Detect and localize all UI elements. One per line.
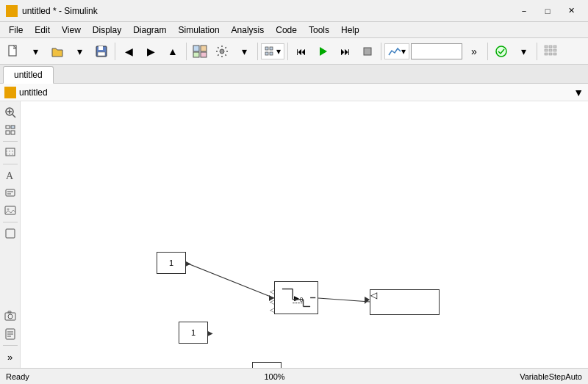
status-text: Ready (6, 372, 29, 381)
svg-rect-6 (193, 52, 199, 57)
constant-block-3[interactable]: 1 ▶ (252, 362, 282, 368)
svg-rect-5 (201, 46, 207, 51)
constant-block-1[interactable]: 1 ▶ (157, 252, 186, 274)
relay-port-input-2: ◁ (270, 298, 275, 305)
menu-item-tools[interactable]: Tools (303, 23, 335, 37)
annotation-button[interactable] (2, 185, 18, 201)
toolbar-separator-4 (287, 43, 288, 60)
svg-rect-2 (98, 46, 103, 50)
settings-button[interactable] (212, 41, 232, 62)
svg-marker-52 (365, 297, 370, 304)
relay-block[interactable]: ◁ ◁ ◁ (274, 281, 318, 314)
svg-line-50 (186, 263, 274, 298)
zoom-area-button[interactable] (2, 145, 18, 161)
left-toolbar: A » (0, 101, 21, 368)
image-button[interactable] (2, 203, 18, 219)
chevron-down-icon: » (7, 352, 12, 363)
library-button[interactable] (190, 41, 210, 62)
svg-rect-21 (553, 49, 556, 51)
back-button[interactable]: ◀ (118, 41, 139, 62)
scope-display (370, 300, 439, 325)
svg-rect-17 (549, 46, 552, 48)
check-dropdown-button[interactable]: ▾ (513, 41, 534, 62)
menu-item-view[interactable]: View (56, 23, 87, 37)
svg-rect-16 (545, 46, 548, 48)
svg-rect-22 (545, 53, 548, 55)
fit-view-button[interactable] (2, 122, 18, 138)
open-button[interactable] (47, 41, 68, 62)
canvas[interactable]: 1 ▶ 1 ▶ 1 ▶ ◁ ◁ ◁ (21, 101, 588, 368)
menu-item-simulation[interactable]: Simulation (173, 23, 226, 37)
minimize-button[interactable]: − (513, 4, 535, 18)
relay-inner: ◁ ◁ ◁ (275, 282, 318, 314)
menu-item-display[interactable]: Display (87, 23, 127, 37)
run-button[interactable] (313, 41, 334, 62)
svg-rect-24 (553, 53, 556, 55)
svg-rect-7 (201, 52, 207, 57)
plot-dropdown[interactable]: ▾ (384, 43, 409, 59)
keypad-button[interactable] (540, 41, 561, 62)
stop-button[interactable] (357, 41, 378, 62)
toolbar: ▾ ▾ ◀ ▶ ▲ ▾ ▾ ⏮ ⏭ ▾ 10.0 » ▾ (0, 38, 588, 65)
svg-rect-20 (549, 49, 552, 51)
breadcrumb-dropdown[interactable]: ▼ (573, 87, 584, 98)
svg-rect-45 (8, 311, 11, 313)
select-button[interactable] (2, 225, 18, 242)
svg-rect-30 (11, 126, 15, 128)
constant-block-2[interactable]: 1 ▶ (179, 322, 208, 344)
toolbar-separator-7 (537, 43, 537, 60)
menu-item-help[interactable]: Help (335, 23, 365, 37)
left-toolbar-sep-4 (3, 345, 18, 346)
close-button[interactable]: ✕ (560, 4, 582, 18)
tab-bar: untitled (0, 65, 588, 84)
relay-port-input-1: ◁ (270, 288, 275, 295)
output-port-1: ▶ (185, 259, 191, 267)
menubar: FileEditViewDisplayDiagramSimulationAnal… (0, 22, 588, 38)
check-button[interactable] (491, 41, 512, 62)
svg-rect-14 (364, 48, 371, 55)
new-button[interactable] (3, 41, 24, 62)
sim-time-input[interactable]: 10.0 (411, 43, 462, 59)
settings-dropdown-button[interactable]: ▾ (234, 41, 254, 62)
svg-rect-33 (6, 148, 15, 156)
new-dropdown-button[interactable]: ▾ (25, 41, 46, 62)
forward-button[interactable]: ▶ (140, 41, 161, 62)
block-label: 1 (169, 258, 173, 267)
menu-item-edit[interactable]: Edit (29, 23, 56, 37)
log-button[interactable] (2, 326, 18, 342)
relay-output-port: ▶ (294, 294, 299, 302)
step-back-button[interactable]: ⏮ (291, 41, 312, 62)
menu-item-diagram[interactable]: Diagram (127, 23, 172, 37)
titlebar: untitled * - Simulink − □ ✕ (0, 0, 588, 22)
svg-point-15 (496, 46, 506, 57)
screenshot-button[interactable] (2, 308, 18, 325)
toolbar-separator-6 (487, 43, 488, 60)
maximize-button[interactable]: □ (537, 4, 559, 18)
open-dropdown-button[interactable]: ▾ (69, 41, 90, 62)
zoom-in-button[interactable] (2, 104, 18, 120)
svg-rect-18 (553, 46, 556, 48)
left-toolbar-sep-1 (3, 141, 18, 142)
svg-rect-11 (265, 52, 268, 55)
svg-rect-4 (193, 46, 199, 51)
svg-line-26 (12, 115, 15, 117)
toolbar-separator-2 (186, 43, 187, 60)
tab-untitled[interactable]: untitled (3, 66, 54, 84)
step-fwd-button[interactable]: ⏭ (335, 41, 356, 62)
left-toolbar-sep-3 (3, 222, 18, 222)
menu-item-analysis[interactable]: Analysis (226, 23, 270, 37)
toolbar-more-button[interactable]: » (464, 41, 484, 62)
view-dropdown[interactable]: ▾ (261, 43, 284, 59)
up-button[interactable]: ▲ (162, 41, 183, 62)
font-button[interactable]: A (2, 167, 18, 184)
menu-item-file[interactable]: File (3, 23, 29, 37)
toolbar-separator-1 (115, 43, 115, 60)
breadcrumb-icon (4, 87, 16, 98)
menu-item-code[interactable]: Code (270, 23, 303, 37)
scope-block[interactable]: ◁ (370, 289, 440, 315)
connection-lines (21, 101, 588, 368)
save-button[interactable] (91, 41, 112, 62)
solver-text: VariableStepAuto (520, 372, 582, 381)
svg-rect-29 (6, 126, 10, 128)
more-tools-button[interactable]: » (2, 349, 18, 365)
